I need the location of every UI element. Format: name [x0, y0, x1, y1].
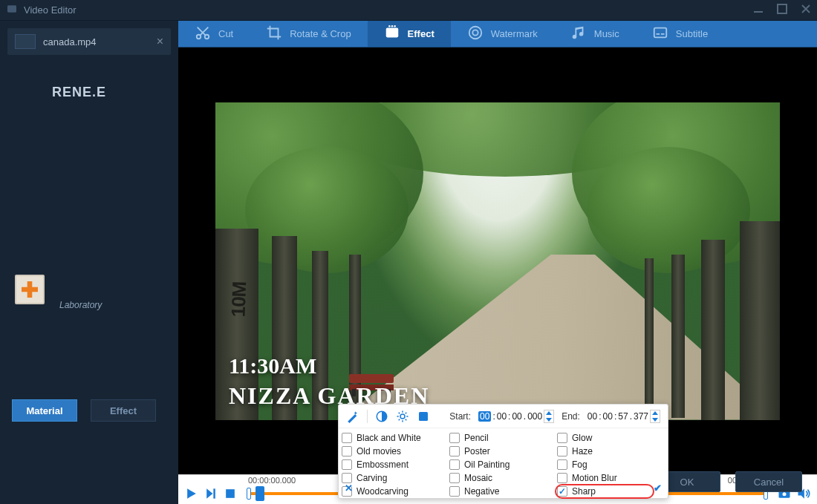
- effect-label: Black and White: [357, 433, 421, 443]
- panel-cancel-icon[interactable]: ✕: [345, 482, 353, 494]
- end-spinner[interactable]: [650, 410, 660, 423]
- effect-option-black-and-white[interactable]: Black and White: [342, 433, 449, 443]
- brand-line2: Laboratory: [52, 301, 77, 494]
- effect-label: Embossment: [357, 459, 408, 470]
- checkbox[interactable]: [342, 459, 352, 470]
- effect-list: Black and WhiteOld moviesEmbossmentCarvi…: [339, 428, 668, 500]
- svg-point-21: [400, 414, 405, 419]
- effect-option-mosaic[interactable]: Mosaic: [449, 473, 557, 483]
- svg-rect-15: [226, 489, 235, 498]
- magic-wand-icon[interactable]: [346, 410, 359, 423]
- cancel-button[interactable]: Cancel: [735, 471, 802, 492]
- svg-rect-22: [419, 412, 428, 421]
- effect-option-fog[interactable]: Fog: [557, 459, 665, 470]
- file-name: canada.mp4: [43, 36, 97, 48]
- effect-label: Mosaic: [464, 473, 492, 483]
- file-close-icon[interactable]: ×: [157, 35, 163, 48]
- subtitle-icon: [652, 24, 668, 43]
- effect-option-negative[interactable]: Negative: [449, 486, 557, 497]
- effect-option-old-movies[interactable]: Old movies: [342, 446, 449, 456]
- start-timecode[interactable]: 00:00:00.000: [478, 410, 554, 423]
- effect-option-sharp[interactable]: Sharp: [557, 486, 665, 497]
- effect-option-haze[interactable]: Haze: [557, 446, 665, 456]
- effect-option-glow[interactable]: Glow: [557, 433, 665, 443]
- checkbox[interactable]: [557, 433, 567, 443]
- effect-option-motion-blur[interactable]: Motion Blur: [557, 473, 665, 483]
- svg-marker-23: [546, 411, 552, 415]
- effect-label: Haze: [572, 446, 593, 456]
- effect-option-woodcarving[interactable]: Woodcarving: [342, 486, 449, 497]
- svg-point-10: [472, 30, 478, 35]
- effect-option-oil-painting[interactable]: Oil Painting: [449, 459, 557, 470]
- title-bar: Video Editor: [0, 0, 817, 21]
- checkbox[interactable]: [449, 446, 460, 456]
- preview-graffiti: 10M: [227, 281, 251, 318]
- tool-subtitle[interactable]: Subtitle: [636, 21, 724, 47]
- tool-cut[interactable]: Cut: [178, 21, 250, 47]
- effect-option-poster[interactable]: Poster: [449, 446, 557, 456]
- effect-label: Negative: [464, 486, 499, 497]
- checkbox[interactable]: [557, 473, 567, 483]
- brand-line1: RENE.E: [52, 85, 95, 301]
- svg-rect-5: [385, 28, 398, 38]
- checkbox[interactable]: [449, 433, 460, 443]
- checkbox[interactable]: [557, 446, 567, 456]
- tool-music[interactable]: Music: [554, 21, 636, 47]
- effect-label: Motion Blur: [572, 473, 617, 483]
- start-label: Start:: [449, 411, 471, 422]
- start-spinner[interactable]: [544, 410, 554, 423]
- sidebar-tab-effect[interactable]: Effect: [91, 399, 156, 422]
- minimize-button[interactable]: [753, 4, 764, 16]
- checkbox[interactable]: [449, 459, 460, 470]
- maximize-button[interactable]: [777, 4, 787, 16]
- checkbox[interactable]: [342, 433, 352, 443]
- stop-button[interactable]: [223, 486, 238, 501]
- svg-point-17: [783, 492, 787, 496]
- effect-label: Old movies: [357, 446, 401, 456]
- trim-start-handle[interactable]: [247, 488, 251, 500]
- video-preview[interactable]: 10M 11:30AM NIZZA GARDEN: [215, 102, 780, 420]
- brightness-icon[interactable]: [396, 410, 409, 423]
- checkbox[interactable]: [449, 486, 460, 497]
- effect-label: Woodcarving: [357, 486, 408, 497]
- contrast-icon[interactable]: [375, 410, 388, 423]
- file-thumbnail: [15, 34, 36, 49]
- svg-rect-11: [654, 28, 667, 38]
- brand-icon: [15, 275, 45, 304]
- checkbox[interactable]: [557, 486, 567, 497]
- tool-effect[interactable]: Effect: [368, 21, 451, 47]
- svg-rect-0: [7, 5, 16, 12]
- play-button[interactable]: [184, 486, 199, 501]
- effect-label: Oil Painting: [464, 459, 510, 470]
- effect-label: Pencil: [464, 433, 489, 443]
- effect-label: Fog: [572, 459, 587, 470]
- close-button[interactable]: [801, 4, 811, 16]
- effect-icon: [384, 24, 400, 43]
- checkbox[interactable]: [342, 473, 352, 483]
- file-tab[interactable]: canada.mp4 ×: [7, 28, 171, 55]
- timeline-left-time: 00:00:00.000: [248, 476, 296, 485]
- checkbox[interactable]: [449, 473, 460, 483]
- playhead[interactable]: [255, 486, 264, 501]
- tool-watermark[interactable]: Watermark: [451, 21, 554, 47]
- effect-option-carving[interactable]: Carving: [342, 473, 449, 483]
- effect-option-pencil[interactable]: Pencil: [449, 433, 557, 443]
- effect-option-embossment[interactable]: Embossment: [342, 459, 449, 470]
- effect-panel: Start: 00:00:00.000 End: 00:00:57.377 Bl…: [338, 404, 668, 499]
- checkbox[interactable]: [342, 446, 352, 456]
- app-icon: [6, 3, 18, 17]
- effect-label: Sharp: [572, 486, 596, 497]
- overlay-time: 11:30AM: [229, 353, 316, 379]
- cut-icon: [195, 24, 211, 43]
- svg-marker-12: [187, 488, 196, 498]
- svg-marker-25: [652, 411, 658, 415]
- step-button[interactable]: [204, 486, 218, 501]
- panel-confirm-icon[interactable]: ✔: [654, 482, 662, 494]
- watermark-icon: [467, 24, 484, 43]
- end-timecode[interactable]: 00:00:57.377: [587, 410, 660, 423]
- tool-rotate-crop[interactable]: Rotate & Crop: [250, 21, 367, 47]
- window-title: Video Editor: [24, 4, 77, 16]
- end-label: End:: [562, 411, 580, 422]
- fill-icon[interactable]: [417, 410, 430, 423]
- checkbox[interactable]: [557, 459, 567, 470]
